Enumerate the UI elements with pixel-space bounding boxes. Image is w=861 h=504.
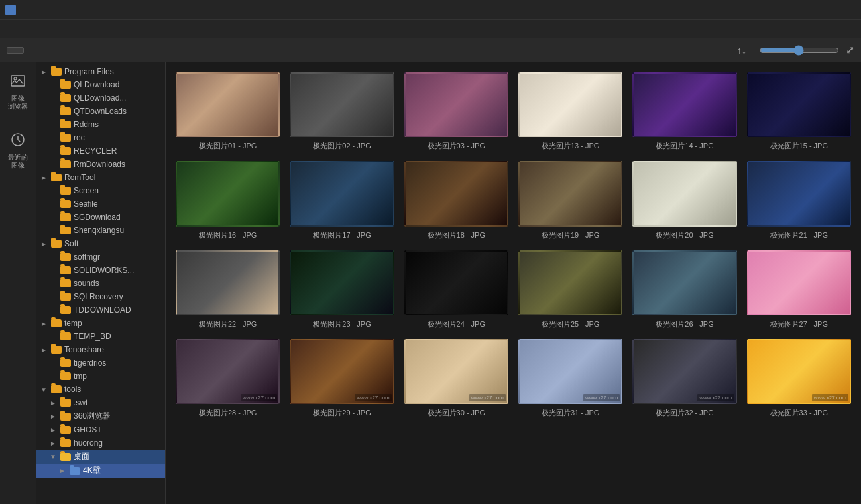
image-item-img20[interactable]: 极光图片20 - JPG (632, 161, 736, 240)
image-item-img27[interactable]: 极光图片27 - JPG (747, 250, 851, 329)
maximize-button[interactable] (821, 2, 837, 18)
folder-icon (60, 160, 71, 168)
menu-view[interactable] (34, 27, 48, 31)
tree-item-tools[interactable]: ▼tools (36, 383, 165, 396)
tree-item-screen[interactable]: Screen (36, 184, 165, 197)
image-label: 极光图片18 - JPG (404, 230, 508, 240)
image-item-img17[interactable]: 极光图片17 - JPG (290, 161, 394, 240)
tree-item-swt[interactable]: ►.swt (36, 396, 165, 409)
image-item-img03[interactable]: 极光图片03 - JPG (404, 72, 508, 151)
image-label: 极光图片30 - JPG (404, 408, 508, 418)
image-item-img14[interactable]: 极光图片14 - JPG (632, 72, 736, 151)
tree-item-sgdownload[interactable]: SGDownload (36, 211, 165, 224)
tree-item-label: GHOST (74, 425, 162, 434)
thumbnail-size-slider[interactable] (760, 45, 839, 56)
tree-item-sounds[interactable]: sounds (36, 277, 165, 290)
tree-item-tenorshare[interactable]: ►Tenorshare (36, 343, 165, 356)
tree-item-temp[interactable]: ►temp (36, 317, 165, 330)
tree-item-huorong[interactable]: ►huorong (36, 436, 165, 450)
open-folder-button[interactable] (7, 47, 24, 54)
tree-item-label: rec (74, 133, 162, 142)
folder-icon (70, 467, 80, 475)
image-label: 极光图片16 - JPG (176, 230, 280, 240)
tree-item-label: QLDownload... (74, 93, 162, 103)
tree-item-label: RECYCLER (74, 146, 162, 156)
image-item-img33[interactable]: www.x27.com极光图片33 - JPG (747, 339, 851, 418)
image-label: 极光图片17 - JPG (290, 230, 394, 240)
expand-icon (48, 266, 58, 275)
tree-item-qldownload2[interactable]: QLDownload... (36, 91, 165, 105)
image-label: 极光图片33 - JPG (747, 408, 851, 418)
tree-item-browser360[interactable]: ►360浏览器 (36, 409, 165, 423)
tree-item-label: tools (64, 385, 162, 394)
image-item-img23[interactable]: 极光图片23 - JPG (290, 250, 394, 329)
image-item-img31[interactable]: www.x27.com极光图片31 - JPG (518, 339, 622, 418)
tree-item-solidworks[interactable]: SOLIDWORKS... (36, 264, 165, 277)
fullscreen-button[interactable]: ⤢ (846, 44, 854, 56)
tree-item-shenqxiangsu[interactable]: Shenqxiangsu (36, 224, 165, 237)
tree-item-label: TDDOWNLOAD (74, 305, 162, 315)
menu-help[interactable] (49, 27, 62, 31)
tree-item-seafile[interactable]: Seafile (36, 197, 165, 211)
tree-item-temp-bd[interactable]: TEMP_BD (36, 330, 165, 343)
image-item-img02[interactable]: 极光图片02 - JPG (290, 72, 394, 151)
tree-item-qldownload[interactable]: QLDownload (36, 78, 165, 91)
image-item-img26[interactable]: 极光图片26 - JPG (632, 250, 736, 329)
image-item-img15[interactable]: 极光图片15 - JPG (747, 72, 851, 151)
image-item-img19[interactable]: 极光图片19 - JPG (518, 161, 622, 240)
tree-item-recycler[interactable]: RECYCLER (36, 144, 165, 158)
expand-icon (48, 107, 58, 116)
main-area: 图像浏览器 最近的图像 ►Program FilesQLDownloadQLDo… (0, 62, 861, 504)
watermark: www.x27.com (583, 394, 620, 401)
image-item-img18[interactable]: 极光图片18 - JPG (404, 161, 508, 240)
sort-direction-button[interactable]: ↑↓ (737, 45, 746, 56)
image-label: 极光图片25 - JPG (518, 319, 622, 329)
title-bar-left (5, 5, 20, 15)
minimize-button[interactable] (803, 2, 819, 18)
image-item-img22[interactable]: 极光图片22 - JPG (176, 250, 280, 329)
file-tree: ►Program FilesQLDownloadQLDownload...QTD… (36, 62, 166, 504)
expand-icon (48, 213, 58, 222)
toolbar: ↑↓ ⤢ (0, 38, 861, 62)
image-item-img28[interactable]: www.x27.com极光图片28 - JPG (176, 339, 280, 418)
image-item-img01[interactable]: 极光图片01 - JPG (176, 72, 280, 151)
expand-icon: ► (39, 239, 48, 248)
tree-item-label: softmgr (74, 252, 162, 262)
image-item-img29[interactable]: www.x27.com极光图片29 - JPG (290, 339, 394, 418)
tree-item-desktop[interactable]: ▼桌面 (36, 450, 165, 464)
image-item-img21[interactable]: 极光图片21 - JPG (747, 161, 851, 240)
tree-item-qtdownloads[interactable]: QTDownLoads (36, 105, 165, 118)
tree-item-sqlrecovery[interactable]: SQLRecovery (36, 290, 165, 303)
tree-item-ghost[interactable]: ►GHOST (36, 423, 165, 436)
tree-item-softmgr[interactable]: softmgr (36, 250, 165, 264)
expand-icon (48, 146, 58, 156)
sidebar-item-recent-images[interactable]: 最近的图像 (4, 128, 32, 174)
image-item-img16[interactable]: 极光图片16 - JPG (176, 161, 280, 240)
expand-icon: ► (58, 466, 67, 476)
tree-item-soft[interactable]: ►Soft (36, 237, 165, 250)
tree-item-program-files[interactable]: ►Program Files (36, 65, 165, 78)
close-button[interactable] (840, 2, 856, 18)
image-item-img24[interactable]: 极光图片24 - JPG (404, 250, 508, 329)
image-item-img13[interactable]: 极光图片13 - JPG (518, 72, 622, 151)
image-label: 极光图片15 - JPG (747, 141, 851, 151)
image-item-img32[interactable]: www.x27.com极光图片32 - JPG (632, 339, 736, 418)
image-item-img30[interactable]: www.x27.com极光图片30 - JPG (404, 339, 508, 418)
sidebar-item-image-browser[interactable]: 图像浏览器 (4, 69, 32, 115)
tree-item-4k-wallpaper[interactable]: ►4K壁 (36, 464, 165, 478)
folder-icon (60, 187, 71, 195)
tree-item-rddms[interactable]: Rddms (36, 118, 165, 131)
image-thumbnail (290, 161, 394, 226)
image-item-img25[interactable]: 极光图片25 - JPG (518, 250, 622, 329)
tree-item-tddownload[interactable]: TDDOWNLOAD (36, 303, 165, 317)
tree-item-tmp[interactable]: tmp (36, 370, 165, 383)
tree-item-rec[interactable]: rec (36, 131, 165, 144)
tree-item-rmdownloads[interactable]: RmDownloads (36, 158, 165, 171)
folder-icon (60, 266, 71, 274)
menu-file[interactable] (5, 27, 19, 31)
tree-item-tigerdrios[interactable]: tigerdrios (36, 356, 165, 370)
folder-icon (51, 346, 62, 354)
tree-item-romtool[interactable]: ►RomTool (36, 171, 165, 184)
folder-icon (60, 372, 71, 380)
menu-edit[interactable] (20, 27, 33, 31)
